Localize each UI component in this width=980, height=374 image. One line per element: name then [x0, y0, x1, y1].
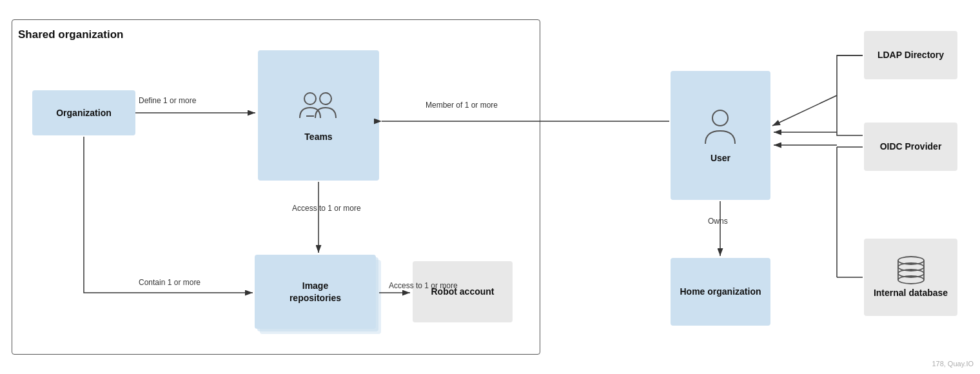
organization-label: Organization: [56, 107, 112, 119]
access-to-robot-label: Access to 1 or more: [389, 280, 458, 291]
home-organization-box: Home organization: [671, 258, 770, 326]
internal-db-label: Internal database: [874, 287, 948, 299]
watermark: 178, Quay.IO: [932, 360, 974, 368]
contain-label: Contain 1 or more: [139, 277, 201, 288]
ldap-box: LDAP Directory: [864, 31, 957, 79]
teams-box: Teams: [258, 50, 379, 181]
robot-account-box: Robot account: [413, 261, 513, 322]
image-repositories-box: Imagerepositories: [255, 255, 376, 329]
user-label: User: [710, 152, 730, 164]
owns-label: Owns: [708, 216, 728, 227]
svg-point-3: [712, 110, 728, 126]
ldap-label: LDAP Directory: [877, 49, 944, 61]
access-to-teams-label: Access to 1 or more: [292, 203, 361, 214]
svg-point-0: [304, 93, 316, 104]
oidc-box: OIDC Provider: [864, 123, 957, 171]
database-icon: [895, 255, 927, 284]
image-repositories-label: Imagerepositories: [289, 280, 341, 303]
define-label: Define 1 or more: [139, 95, 196, 106]
svg-point-1: [320, 93, 331, 104]
oidc-label: OIDC Provider: [880, 141, 942, 152]
home-organization-label: Home organization: [680, 286, 761, 297]
internal-db-box: Internal database: [864, 239, 957, 316]
teams-icon: [296, 88, 341, 127]
diagram-container: Shared organization Organization Teams I…: [0, 0, 980, 374]
user-box: User: [671, 71, 770, 200]
shared-org-title: Shared organization: [18, 28, 123, 41]
svg-line-22: [772, 95, 837, 126]
image-repos-stack: Imagerepositories: [255, 255, 376, 329]
organization-box: Organization: [32, 90, 135, 135]
member-of-label: Member of 1 or more: [426, 100, 498, 111]
user-icon: [703, 106, 738, 148]
teams-label: Teams: [304, 131, 332, 143]
